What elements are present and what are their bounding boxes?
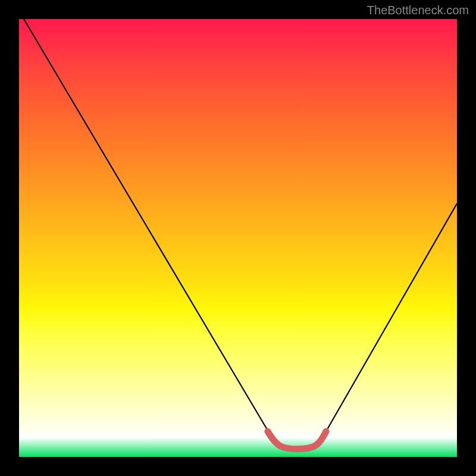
chart-plot-area [19, 19, 457, 457]
watermark-text: TheBottleneck.com [367, 4, 469, 17]
bottleneck-chart [19, 19, 457, 457]
minimum-band [268, 431, 326, 449]
bottleneck-curve [24, 19, 457, 449]
